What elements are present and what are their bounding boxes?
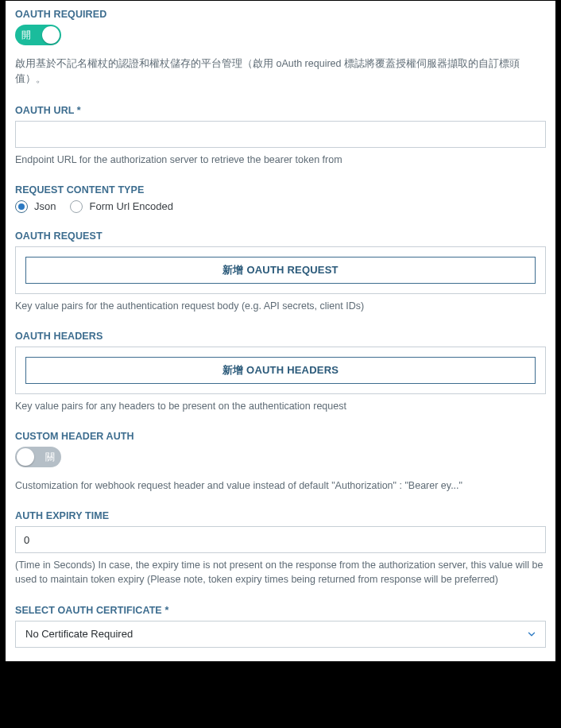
- request-content-type-label: REQUEST CONTENT TYPE: [15, 184, 546, 196]
- section-select-oauth-certificate: SELECT OAUTH CERTIFICATE * No Certificat…: [15, 605, 546, 648]
- custom-header-auth-label: CUSTOM HEADER AUTH: [15, 431, 546, 442]
- oauth-headers-box: 新增 OAUTH HEADERS: [15, 347, 546, 394]
- section-request-content-type: REQUEST CONTENT TYPE Json Form Url Encod…: [15, 184, 546, 213]
- toggle-knob: [42, 26, 60, 44]
- request-content-type-radio-group: Json Form Url Encoded: [15, 200, 546, 213]
- form-panel: OAUTH REQUIRED 開 啟用基於不記名權杖的認證和權杖儲存的平台管理（…: [5, 0, 556, 662]
- section-auth-expiry-time: AUTH EXPIRY TIME (Time in Seconds) In ca…: [15, 510, 546, 587]
- radio-circle-icon: [15, 200, 28, 213]
- oauth-url-label: OAUTH URL *: [15, 105, 546, 116]
- oauth-request-box: 新增 OAUTH REQUEST: [15, 246, 546, 294]
- oauth-headers-helper: Key value pairs for any headers to be pr…: [15, 399, 546, 413]
- oauth-required-label: OAUTH REQUIRED: [15, 9, 546, 20]
- select-oauth-certificate-dropdown[interactable]: No Certificate Required: [15, 621, 546, 648]
- chevron-down-icon: [526, 629, 537, 640]
- oauth-headers-label: OAUTH HEADERS: [15, 331, 546, 342]
- custom-header-auth-toggle-text: 關: [45, 447, 55, 467]
- oauth-request-label: OAUTH REQUEST: [15, 230, 546, 242]
- select-oauth-certificate-value: No Certificate Required: [25, 628, 133, 640]
- radio-json-label: Json: [34, 200, 56, 212]
- radio-circle-icon: [70, 200, 83, 213]
- oauth-url-input[interactable]: [15, 121, 546, 148]
- oauth-required-helper: 啟用基於不記名權杖的認證和權杖儲存的平台管理（啟用 oAuth required…: [15, 56, 546, 87]
- oauth-required-toggle[interactable]: 開: [15, 25, 61, 45]
- radio-form-label: Form Url Encoded: [89, 200, 172, 212]
- radio-json[interactable]: Json: [15, 200, 56, 213]
- add-oauth-headers-button[interactable]: 新增 OAUTH HEADERS: [25, 357, 536, 384]
- section-oauth-url: OAUTH URL * Endpoint URL for the authori…: [15, 105, 546, 167]
- custom-header-auth-toggle[interactable]: 關: [15, 447, 61, 467]
- toggle-knob: [17, 448, 34, 466]
- custom-header-auth-helper: Customization for webhook request header…: [15, 478, 546, 493]
- section-oauth-request: OAUTH REQUEST 新增 OAUTH REQUEST Key value…: [15, 230, 546, 313]
- section-oauth-required: OAUTH REQUIRED 開 啟用基於不記名權杖的認證和權杖儲存的平台管理（…: [15, 9, 546, 87]
- radio-form-url-encoded[interactable]: Form Url Encoded: [70, 200, 172, 213]
- auth-expiry-time-label: AUTH EXPIRY TIME: [15, 510, 546, 521]
- section-custom-header-auth: CUSTOM HEADER AUTH 關 Customization for w…: [15, 431, 546, 493]
- add-oauth-request-button[interactable]: 新增 OAUTH REQUEST: [25, 257, 536, 284]
- oauth-request-helper: Key value pairs for the authentication r…: [15, 299, 546, 313]
- select-oauth-certificate-label: SELECT OAUTH CERTIFICATE *: [15, 605, 546, 616]
- section-oauth-headers: OAUTH HEADERS 新增 OAUTH HEADERS Key value…: [15, 331, 546, 413]
- oauth-url-helper: Endpoint URL for the authorization serve…: [15, 153, 546, 167]
- auth-expiry-time-helper: (Time in Seconds) In case, the expiry ti…: [15, 558, 546, 587]
- auth-expiry-time-input[interactable]: [15, 526, 546, 553]
- oauth-required-toggle-text: 開: [21, 25, 31, 45]
